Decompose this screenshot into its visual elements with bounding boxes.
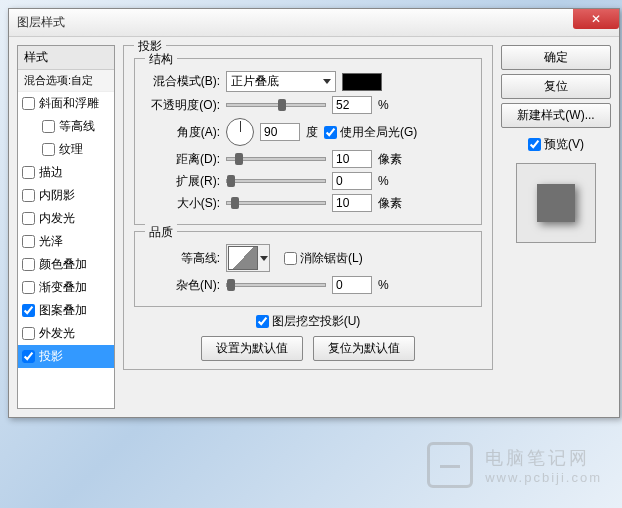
style-checkbox[interactable]: [42, 143, 55, 156]
style-checkbox[interactable]: [22, 304, 35, 317]
style-checkbox[interactable]: [22, 281, 35, 294]
style-label: 等高线: [59, 118, 95, 135]
distance-slider[interactable]: [226, 157, 326, 161]
opacity-slider[interactable]: [226, 103, 326, 107]
shadow-color-swatch[interactable]: [342, 73, 382, 91]
make-default-button[interactable]: 设置为默认值: [201, 336, 303, 361]
close-icon: ✕: [591, 12, 601, 26]
style-item[interactable]: 光泽: [18, 230, 114, 253]
structure-title: 结构: [145, 51, 177, 68]
noise-input[interactable]: [332, 276, 372, 294]
preview-box: [516, 163, 596, 243]
reset-default-button[interactable]: 复位为默认值: [313, 336, 415, 361]
style-label: 纹理: [59, 141, 83, 158]
style-label: 渐变叠加: [39, 279, 87, 296]
structure-fieldset: 结构 混合模式(B): 正片叠底 不透明度(O): %: [134, 58, 482, 225]
style-label: 光泽: [39, 233, 63, 250]
watermark-logo-icon: [427, 442, 473, 488]
angle-input[interactable]: [260, 123, 300, 141]
noise-unit: %: [378, 278, 389, 292]
style-item[interactable]: 内阴影: [18, 184, 114, 207]
style-item[interactable]: 等高线: [18, 115, 114, 138]
preview-checkbox[interactable]: 预览(V): [501, 136, 611, 153]
distance-row: 距离(D): 像素: [145, 150, 471, 168]
close-button[interactable]: ✕: [573, 9, 619, 29]
style-checkbox[interactable]: [42, 120, 55, 133]
angle-row: 角度(A): 度 使用全局光(G): [145, 118, 471, 146]
style-checkbox[interactable]: [22, 166, 35, 179]
blend-mode-select[interactable]: 正片叠底: [226, 71, 336, 92]
spread-slider[interactable]: [226, 179, 326, 183]
distance-input[interactable]: [332, 150, 372, 168]
right-panel: 确定 复位 新建样式(W)... 预览(V): [501, 45, 611, 409]
style-checkbox[interactable]: [22, 258, 35, 271]
style-label: 图案叠加: [39, 302, 87, 319]
style-item[interactable]: 图案叠加: [18, 299, 114, 322]
style-checkbox[interactable]: [22, 350, 35, 363]
titlebar[interactable]: 图层样式 ✕: [9, 9, 619, 37]
blending-options-item[interactable]: 混合选项:自定: [18, 70, 114, 92]
opacity-input[interactable]: [332, 96, 372, 114]
noise-slider[interactable]: [226, 283, 326, 287]
style-checkbox[interactable]: [22, 97, 35, 110]
style-label: 颜色叠加: [39, 256, 87, 273]
style-checkbox[interactable]: [22, 327, 35, 340]
style-item[interactable]: 纹理: [18, 138, 114, 161]
spread-unit: %: [378, 174, 389, 188]
styles-panel: 样式 混合选项:自定 斜面和浮雕等高线纹理描边内阴影内发光光泽颜色叠加渐变叠加图…: [17, 45, 115, 409]
quality-fieldset: 品质 等高线: 消除锯齿(L) 杂色(N):: [134, 231, 482, 307]
style-label: 投影: [39, 348, 63, 365]
style-checkbox[interactable]: [22, 189, 35, 202]
blend-mode-row: 混合模式(B): 正片叠底: [145, 71, 471, 92]
style-item[interactable]: 颜色叠加: [18, 253, 114, 276]
style-list: 斜面和浮雕等高线纹理描边内阴影内发光光泽颜色叠加渐变叠加图案叠加外发光投影: [18, 92, 114, 368]
cancel-button[interactable]: 复位: [501, 74, 611, 99]
dialog-content: 样式 混合选项:自定 斜面和浮雕等高线纹理描边内阴影内发光光泽颜色叠加渐变叠加图…: [9, 37, 619, 417]
global-light-checkbox[interactable]: 使用全局光(G): [324, 124, 417, 141]
angle-dial[interactable]: [226, 118, 254, 146]
size-unit: 像素: [378, 195, 402, 212]
style-item[interactable]: 投影: [18, 345, 114, 368]
dropdown-icon: [260, 256, 268, 261]
blend-mode-label: 混合模式(B):: [145, 73, 220, 90]
style-label: 内发光: [39, 210, 75, 227]
spread-row: 扩展(R): %: [145, 172, 471, 190]
style-item[interactable]: 描边: [18, 161, 114, 184]
new-style-button[interactable]: 新建样式(W)...: [501, 103, 611, 128]
style-item[interactable]: 内发光: [18, 207, 114, 230]
spread-input[interactable]: [332, 172, 372, 190]
size-input[interactable]: [332, 194, 372, 212]
styles-header: 样式: [18, 46, 114, 70]
style-label: 外发光: [39, 325, 75, 342]
window-title: 图层样式: [17, 14, 65, 31]
default-buttons-row: 设置为默认值 复位为默认值: [134, 336, 482, 361]
size-label: 大小(S):: [145, 195, 220, 212]
distance-unit: 像素: [378, 151, 402, 168]
contour-label: 等高线:: [145, 250, 220, 267]
contour-row: 等高线: 消除锯齿(L): [145, 244, 471, 272]
style-checkbox[interactable]: [22, 212, 35, 225]
style-label: 斜面和浮雕: [39, 95, 99, 112]
contour-preview-icon: [228, 246, 258, 270]
distance-label: 距离(D):: [145, 151, 220, 168]
opacity-label: 不透明度(O):: [145, 97, 220, 114]
opacity-unit: %: [378, 98, 389, 112]
angle-unit: 度: [306, 124, 318, 141]
knockout-checkbox[interactable]: 图层挖空投影(U): [256, 313, 361, 330]
style-label: 内阴影: [39, 187, 75, 204]
opacity-row: 不透明度(O): %: [145, 96, 471, 114]
contour-picker[interactable]: [226, 244, 270, 272]
style-checkbox[interactable]: [22, 235, 35, 248]
ok-button[interactable]: 确定: [501, 45, 611, 70]
size-row: 大小(S): 像素: [145, 194, 471, 212]
style-item[interactable]: 斜面和浮雕: [18, 92, 114, 115]
style-item[interactable]: 外发光: [18, 322, 114, 345]
layer-style-dialog: 图层样式 ✕ 样式 混合选项:自定 斜面和浮雕等高线纹理描边内阴影内发光光泽颜色…: [8, 8, 620, 418]
quality-title: 品质: [145, 224, 177, 241]
dropdown-icon: [323, 79, 331, 84]
style-item[interactable]: 渐变叠加: [18, 276, 114, 299]
shadow-fieldset: 投影 结构 混合模式(B): 正片叠底 不透明度(O):: [123, 45, 493, 370]
angle-label: 角度(A):: [145, 124, 220, 141]
antialias-checkbox[interactable]: 消除锯齿(L): [284, 250, 363, 267]
size-slider[interactable]: [226, 201, 326, 205]
